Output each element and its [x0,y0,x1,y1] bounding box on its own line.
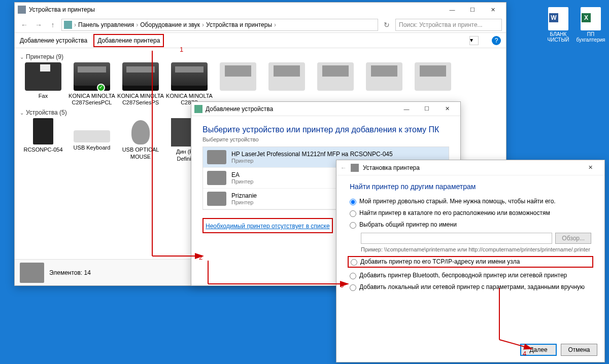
view-dropdown[interactable]: ▾ [469,36,479,45]
close-button[interactable]: ✕ [437,102,457,116]
printer-icon [220,62,256,91]
printer-icon [268,62,305,91]
chevron-down-icon: ⌄ [20,110,24,116]
window-icon [18,6,26,14]
add-printer-button[interactable]: Добавление принтера [93,34,164,47]
excel-icon [581,7,601,30]
desktop-icon-excel[interactable]: ПП бухгалтерия [576,7,606,43]
refresh-button[interactable]: ↻ [381,19,392,30]
maximize-button[interactable]: ☐ [417,102,437,116]
printer-icon [207,150,226,164]
radio-option-tcpip[interactable]: Добавить принтер по его TCP/IP-адресу ил… [348,256,593,268]
device-item[interactable] [312,62,359,106]
annotation-4: 4 [523,350,526,357]
printer-icon [74,62,110,91]
minimize-button[interactable]: — [442,3,462,16]
status-icon [20,263,44,283]
maximize-button[interactable]: ☐ [462,3,483,16]
check-icon [97,84,105,92]
printer-icon [317,62,354,91]
hint-text: Пример: \\computername\printername или h… [361,246,591,253]
device-item[interactable] [215,62,261,106]
breadcrumb-item[interactable]: Устройства и принтеры [206,21,272,28]
radio-option-catalog[interactable]: Найти принтер в каталоге по его располож… [350,209,591,217]
titlebar[interactable]: ← Установка принтера ✕ [336,160,604,175]
device-item[interactable]: RCSONPC-054 [20,118,66,162]
up-button[interactable]: ↑ [47,19,58,30]
minimize-button[interactable]: — [396,102,417,116]
radio-option-shared[interactable]: Выбрать общий принтер по имени [350,221,591,229]
dialog-subtitle: Выберите устройство [202,136,449,142]
device-item[interactable]: USB OPTICAL MOUSE [117,118,164,162]
pc-icon [33,118,53,144]
search-input[interactable]: Поиск: Устройства и принте... [395,19,502,31]
device-item[interactable] [263,62,310,106]
cancel-button[interactable]: Отмена [561,344,597,356]
command-bar: Добавление устройства Добавление принтер… [15,33,506,48]
device-item[interactable] [361,62,408,106]
device-item[interactable]: KONICA MINOLTA C287SeriesPS [117,62,164,106]
titlebar[interactable]: Добавление устройства — ☐ ✕ [191,102,460,116]
help-button[interactable]: ? [492,36,501,45]
printer-icon [415,62,451,91]
group-header-printers[interactable]: ⌄ Принтеры (9) [20,53,501,60]
mouse-icon [131,120,150,144]
printer-icon [207,171,226,185]
device-item[interactable] [410,62,456,106]
back-button[interactable]: ← [19,19,30,30]
radio-option-old[interactable]: Мой принтер довольно старый. Мне нужна п… [350,198,591,205]
device-item[interactable]: USB Keyboard [69,118,115,162]
dialog-icon [194,105,202,113]
annotation-3: 3 [340,281,344,289]
dialog-heading: Найти принтер по другим параметрам [350,183,591,191]
dialog-title: Установка принтера [363,164,420,171]
close-button[interactable]: ✕ [483,3,503,16]
browse-button[interactable]: Обзор... [555,233,591,244]
breadcrumb-item[interactable]: Оборудование и звук [140,21,200,28]
fax-icon [25,62,61,91]
add-device-button[interactable]: Добавление устройства [20,37,87,44]
breadcrumb-icon [64,21,72,29]
missing-printer-link[interactable]: Необходимый принтер отсутствует в списке [206,223,330,230]
status-text: Элементов: 14 [49,269,91,276]
window-title: Устройства и принтеры [29,6,95,13]
breadcrumb-item[interactable]: Панель управления [78,21,134,28]
printer-icon [207,192,226,206]
annotation-2: 2 [199,253,202,261]
desktop-icon-label: БЛАНК ЧИСТЫЙ [543,31,573,43]
printer-icon [171,62,208,91]
breadcrumb[interactable]: › Панель управления › Оборудование и зву… [61,19,378,31]
chevron-down-icon: ⌄ [20,54,24,60]
install-printer-dialog: ← Установка принтера ✕ Найти принтер по … [336,160,605,362]
radio-option-local[interactable]: Добавить локальный или сетевой принтер с… [350,283,591,291]
titlebar[interactable]: Устройства и принтеры — ☐ ✕ [15,3,506,17]
device-item[interactable]: Fax [20,62,66,106]
device-item[interactable]: KONICA MINOLTA C287S [166,62,213,106]
dialog-title: Добавление устройства [206,105,273,113]
desktop-icon-word[interactable]: БЛАНК ЧИСТЫЙ [543,7,573,43]
missing-printer-link-box: Необходимый принтер отсутствует в списке [202,218,333,233]
dialog-heading: Выберите устройство или принтер для доба… [202,125,449,134]
annotation-1: 1 [180,46,183,53]
close-button[interactable]: ✕ [580,161,600,174]
shared-name-input[interactable] [361,233,552,244]
keyboard-icon [74,130,110,142]
word-icon [548,7,568,30]
printer-icon [351,164,359,172]
forward-button[interactable]: → [33,19,44,30]
back-button[interactable]: ← [341,164,347,171]
printer-icon [366,62,402,91]
device-item[interactable]: KONICA MINOLTA C287SeriesPCL [69,62,115,106]
printer-icon [122,62,159,91]
nav-row: ← → ↑ › Панель управления › Оборудование… [15,17,506,33]
desktop-icon-label: ПП бухгалтерия [576,31,606,43]
radio-option-bluetooth[interactable]: Добавить принтер Bluetooth, беспроводной… [350,272,591,279]
